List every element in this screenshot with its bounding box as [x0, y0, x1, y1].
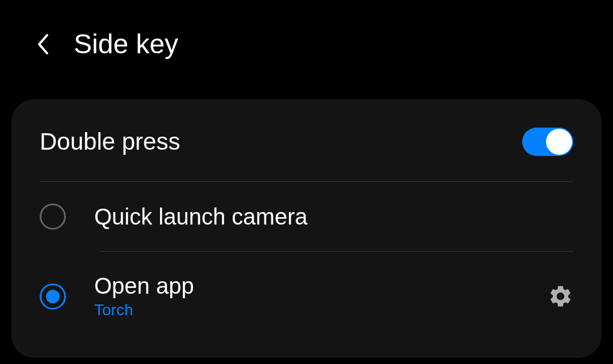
page-title: Side key [74, 28, 178, 60]
toggle-knob [546, 129, 572, 155]
back-icon[interactable] [34, 33, 51, 56]
option-label: Quick launch camera [94, 204, 573, 230]
option-content: Open app Torch [94, 273, 519, 319]
radio-inner-dot [46, 290, 60, 303]
section-header: Double press [40, 128, 573, 182]
option-open-app[interactable]: Open app Torch [40, 252, 573, 341]
option-quick-launch-camera[interactable]: Quick launch camera [40, 182, 573, 251]
radio-selected-icon[interactable] [40, 283, 66, 310]
radio-unselected-icon[interactable] [40, 204, 66, 230]
double-press-toggle[interactable] [522, 128, 573, 156]
option-content: Quick launch camera [94, 204, 573, 230]
section-title: Double press [40, 128, 180, 155]
settings-card: Double press Quick launch camera Open ap… [11, 99, 602, 358]
gear-icon[interactable] [548, 283, 573, 309]
option-label: Open app [94, 273, 519, 299]
option-sublabel: Torch [94, 301, 519, 319]
page-header: Side key [0, 0, 613, 82]
